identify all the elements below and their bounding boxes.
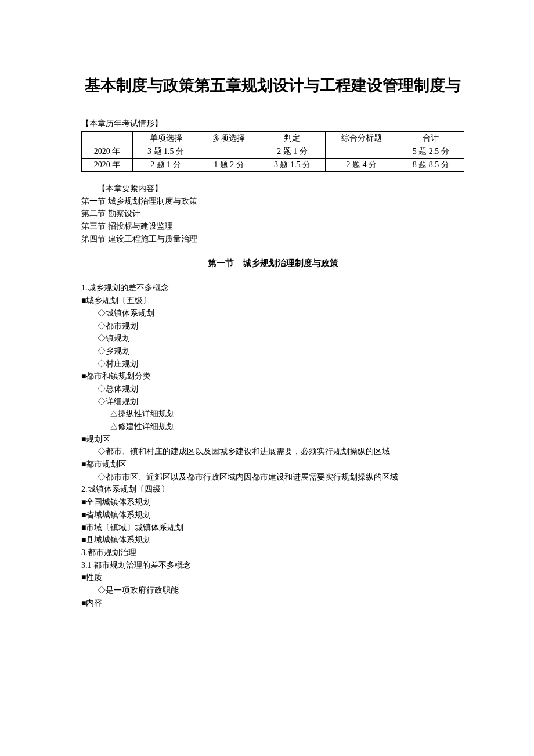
exam-table: 单项选择 多项选择 判定 综合分析题 合计 2020 年 3 题 1.5 分 2…: [81, 131, 464, 172]
list-item-label: 详细规划: [106, 397, 138, 406]
table-header-row: 单项选择 多项选择 判定 综合分析题 合计: [82, 132, 464, 145]
content-item: 第四节 建设工程施工与质量治理: [81, 233, 464, 246]
list-item: 性质: [81, 571, 464, 584]
th-multi: 多项选择: [199, 132, 259, 145]
document-page: 基本制度与政策第五章规划设计与工程建设管理制度与 【本章历年考试情形】 单项选择…: [0, 0, 534, 644]
cell: 3 题 1.5 分: [132, 145, 199, 159]
list-item: 都市、镇和村庄的建成区以及因城乡建设和进展需要，必须实行规划操纵的区域: [81, 445, 464, 458]
list-item: 村庄规划: [81, 358, 464, 370]
list-item: 镇规划: [81, 332, 464, 345]
list-item-label: 总体规划: [106, 384, 138, 393]
cell: 2 题 4 分: [326, 159, 398, 172]
list-item: 总体规划: [81, 383, 464, 395]
list-item: 都市和镇规划分类: [81, 370, 464, 383]
list-item-label: 乡规划: [106, 347, 130, 355]
th-single: 单项选择: [132, 132, 199, 145]
list-item: 省域城镇体系规划: [81, 509, 464, 521]
list-item-label: 都市规划区: [86, 460, 127, 469]
content-item: 第三节 招投标与建设监理: [81, 220, 464, 233]
cell-year: 2020 年: [82, 159, 133, 172]
list-item-label: 县域城镇体系规划: [86, 535, 151, 544]
cell: [199, 145, 259, 159]
list-item: 规划区: [81, 433, 464, 446]
list-item: 详细规划: [81, 395, 464, 408]
th-comp: 综合分析题: [326, 132, 398, 145]
list-item-label: 性质: [86, 573, 102, 582]
content-item: 第一节 城乡规划治理制度与政策: [81, 195, 464, 208]
list-item-label: 城乡规划〔五级〕: [86, 296, 151, 305]
list-item-label: 村庄规划: [106, 359, 138, 368]
list-item-label: 都市和镇规划分类: [86, 372, 151, 380]
th-total: 合计: [398, 132, 464, 145]
list-item: 全国城镇体系规划: [81, 496, 464, 509]
cell: 2 题 1 分: [132, 159, 199, 172]
list-item: 乡规划: [81, 345, 464, 358]
list-item: 市域〔镇域〕城镇体系规划: [81, 521, 464, 534]
list-item-label: 城镇体系规划: [106, 309, 154, 318]
body-text: 3.1 都市规划治理的差不多概念: [81, 559, 464, 572]
list-item: 都市规划区: [81, 458, 464, 471]
section-title: 第一节 城乡规划治理制度与政策: [81, 258, 464, 269]
cell: 5 题 2.5 分: [398, 145, 464, 159]
list-item-label: 市域〔镇域〕城镇体系规划: [86, 523, 183, 532]
list-item: 都市规划: [81, 320, 464, 333]
list-item-label: 都市规划: [106, 322, 138, 330]
list-item-label: 省域城镇体系规划: [86, 510, 151, 519]
body-text: 1.城乡规划的差不多概念: [81, 282, 464, 294]
table-row: 2020 年 2 题 1 分 1 题 2 分 3 题 1.5 分 2 题 4 分…: [82, 159, 464, 172]
cell: 1 题 2 分: [199, 159, 259, 172]
list-item: 操纵性详细规划: [81, 408, 464, 420]
list-item-label: 规划区: [86, 435, 110, 444]
cell: 8 题 8.5 分: [398, 159, 464, 172]
table-row: 2020 年 3 题 1.5 分 2 题 1 分 5 题 2.5 分: [82, 145, 464, 159]
list-item-label: 操纵性详细规划: [118, 409, 175, 418]
cell: 2 题 1 分: [259, 145, 325, 159]
list-item-label: 都市市区、近郊区以及都市行政区域内因都市建设和进展需要实行规划操纵的区域: [106, 473, 398, 481]
list-item-label: 是一项政府行政职能: [106, 586, 179, 595]
cell: [326, 145, 398, 159]
exam-intro: 【本章历年考试情形】: [81, 118, 464, 129]
list-item: 城镇体系规划: [81, 307, 464, 320]
list-item: 县域城镇体系规划: [81, 534, 464, 546]
list-item: 修建性详细规划: [81, 420, 464, 433]
body-text: 2.城镇体系规划〔四级〕: [81, 483, 464, 496]
list-item-label: 全国城镇体系规划: [86, 498, 151, 506]
th-blank: [82, 132, 133, 145]
list-item: 内容: [81, 597, 464, 610]
list-item-label: 镇规划: [106, 334, 130, 343]
content-item: 第二节 勘察设计: [81, 207, 464, 220]
list-item: 是一项政府行政职能: [81, 584, 464, 597]
contents-intro: 【本章要紧内容】: [81, 182, 464, 195]
list-item-label: 内容: [86, 599, 102, 607]
cell: 3 题 1.5 分: [259, 159, 325, 172]
cell-year: 2020 年: [82, 145, 133, 159]
list-item: 都市市区、近郊区以及都市行政区域内因都市建设和进展需要实行规划操纵的区域: [81, 471, 464, 484]
list-item-label: 修建性详细规划: [118, 422, 175, 431]
list-item-label: 都市、镇和村庄的建成区以及因城乡建设和进展需要，必须实行规划操纵的区域: [106, 447, 390, 456]
list-item: 城乡规划〔五级〕: [81, 294, 464, 307]
body-text: 3.都市规划治理: [81, 546, 464, 559]
page-title: 基本制度与政策第五章规划设计与工程建设管理制度与: [81, 70, 464, 101]
th-judge: 判定: [259, 132, 325, 145]
